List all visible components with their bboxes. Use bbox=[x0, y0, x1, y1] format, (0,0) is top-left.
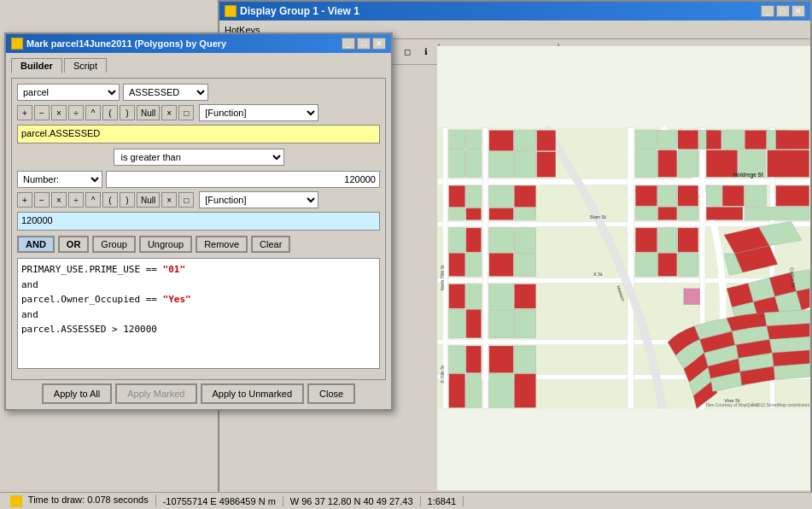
svg-rect-1 bbox=[437, 178, 810, 185]
minimize-button[interactable]: _ bbox=[761, 5, 774, 17]
ungroup-btn[interactable]: Ungroup bbox=[139, 236, 192, 253]
svg-rect-25 bbox=[706, 131, 721, 149]
op-rparen-btn[interactable]: ) bbox=[120, 105, 135, 120]
field-select[interactable]: parcel bbox=[17, 84, 120, 101]
op2-minus-btn[interactable]: − bbox=[34, 192, 50, 208]
svg-rect-84 bbox=[514, 346, 535, 372]
close-dialog-btn[interactable]: Close bbox=[307, 383, 355, 404]
mark-parcel-dialog: Mark parcel14June2011 (Polygons) by Quer… bbox=[4, 32, 393, 411]
op-minus-btn[interactable]: − bbox=[34, 105, 50, 120]
status-scale: 1:6841 bbox=[421, 496, 464, 506]
display-window-title: Display Group 1 - View 1 bbox=[240, 5, 359, 17]
tool-select[interactable]: ◻ bbox=[399, 44, 416, 61]
svg-rect-73 bbox=[466, 309, 482, 337]
apply-all-btn[interactable]: Apply to All bbox=[42, 383, 112, 404]
op2-rparen-btn[interactable]: ) bbox=[120, 192, 135, 208]
clear-btn[interactable]: Clear bbox=[251, 236, 290, 253]
remove-btn[interactable]: Remove bbox=[196, 236, 248, 253]
svg-rect-85 bbox=[489, 374, 513, 408]
svg-rect-70 bbox=[449, 284, 465, 308]
svg-rect-74 bbox=[489, 284, 513, 308]
op2-plus-btn[interactable]: + bbox=[17, 192, 32, 208]
tab-bar: Builder Script bbox=[11, 58, 386, 73]
op2-power-btn[interactable]: ^ bbox=[85, 192, 101, 208]
svg-rect-43 bbox=[514, 208, 535, 220]
dialog-close-btn[interactable]: ✕ bbox=[372, 38, 386, 50]
op-plus-btn[interactable]: + bbox=[17, 105, 32, 120]
scale-text: 1:6841 bbox=[428, 496, 457, 506]
svg-rect-31 bbox=[658, 150, 677, 177]
svg-text:Starr St: Starr St bbox=[590, 214, 607, 219]
value-type-select[interactable]: Number: bbox=[17, 171, 102, 188]
group-btn[interactable]: Group bbox=[92, 236, 136, 253]
svg-rect-44 bbox=[635, 185, 657, 206]
op2-box-btn[interactable]: □ bbox=[178, 192, 194, 208]
svg-rect-29 bbox=[776, 131, 809, 149]
svg-rect-39 bbox=[466, 208, 482, 220]
dialog-minimize-btn[interactable]: _ bbox=[342, 38, 355, 50]
dialog-body: Builder Script parcel ASSESSED + − bbox=[6, 53, 391, 409]
op2-null-btn[interactable]: Null bbox=[137, 192, 160, 208]
main-window: Display Group 1 - View 1 _ □ ✕ HotKeys ⬆… bbox=[0, 0, 812, 509]
op-box-btn[interactable]: □ bbox=[178, 105, 194, 120]
svg-rect-51 bbox=[635, 207, 657, 219]
svg-rect-13 bbox=[449, 150, 465, 177]
close-button[interactable]: ✕ bbox=[792, 5, 805, 17]
op2-clear-btn[interactable]: × bbox=[161, 192, 177, 208]
tab-script[interactable]: Script bbox=[64, 58, 107, 73]
svg-rect-86 bbox=[514, 374, 535, 408]
coord-geo-text: W 96 37 12.80 N 40 49 27.43 bbox=[290, 496, 413, 506]
op-toolbar-1: + − × ÷ ^ ( ) Null × □ [Function] bbox=[17, 104, 380, 121]
svg-rect-66 bbox=[678, 228, 698, 252]
status-bar: Time to draw: 0.078 seconds -10755714 E … bbox=[0, 492, 812, 509]
svg-rect-30 bbox=[635, 150, 657, 177]
svg-text:Tiles Courtesy of MapQuest: Tiles Courtesy of MapQuest bbox=[705, 402, 759, 407]
column-select[interactable]: ASSESSED bbox=[123, 84, 208, 101]
function-select-1[interactable]: [Function] bbox=[199, 104, 318, 121]
svg-rect-22 bbox=[658, 131, 677, 149]
dialog-controls: _ □ ✕ bbox=[342, 38, 386, 50]
op-times-btn[interactable]: × bbox=[51, 105, 67, 120]
display-titlebar: Display Group 1 - View 1 _ □ ✕ bbox=[219, 2, 810, 20]
svg-rect-48 bbox=[722, 185, 744, 206]
function-select-2[interactable]: [Function] bbox=[199, 191, 318, 208]
svg-rect-16 bbox=[514, 131, 535, 151]
svg-rect-35 bbox=[768, 150, 809, 177]
apply-unmarked-btn[interactable]: Apply to Unmarked bbox=[201, 383, 305, 404]
svg-rect-61 bbox=[514, 228, 535, 252]
and-btn[interactable]: AND bbox=[17, 236, 55, 253]
tool-identify[interactable]: ℹ bbox=[418, 44, 435, 61]
or-btn[interactable]: OR bbox=[58, 236, 90, 253]
condition-select[interactable]: is greater than bbox=[114, 149, 284, 166]
apply-marked-btn[interactable]: Apply Marked bbox=[115, 383, 196, 404]
op2-lparen-btn[interactable]: ( bbox=[102, 192, 118, 208]
svg-rect-21 bbox=[635, 131, 657, 149]
svg-rect-14 bbox=[466, 150, 482, 177]
op-divide-btn[interactable]: ÷ bbox=[68, 105, 84, 120]
query-area: PRIMARY_USE.PRIME_USE == "01" and parcel… bbox=[17, 258, 380, 369]
maximize-button[interactable]: □ bbox=[776, 5, 790, 17]
op-lparen-btn[interactable]: ( bbox=[102, 105, 118, 120]
value-input[interactable] bbox=[106, 171, 380, 188]
svg-rect-54 bbox=[706, 207, 743, 219]
svg-rect-63 bbox=[514, 253, 535, 276]
dialog-maximize-btn[interactable]: □ bbox=[357, 38, 371, 50]
op-clear-btn[interactable]: × bbox=[161, 105, 177, 120]
svg-rect-79 bbox=[449, 346, 465, 372]
op-null-btn[interactable]: Null bbox=[137, 105, 160, 120]
svg-rect-23 bbox=[678, 131, 698, 149]
svg-rect-57 bbox=[466, 228, 482, 252]
expression-box: parcel.ASSESSED bbox=[17, 125, 380, 143]
status-icon bbox=[10, 495, 22, 507]
op2-divide-btn[interactable]: ÷ bbox=[68, 192, 84, 208]
op-power-btn[interactable]: ^ bbox=[85, 105, 101, 120]
dialog-title: Mark parcel14June2011 (Polygons) by Quer… bbox=[26, 38, 226, 49]
svg-rect-71 bbox=[466, 284, 482, 308]
svg-rect-62 bbox=[489, 253, 513, 276]
op2-times-btn[interactable]: × bbox=[51, 192, 67, 208]
svg-rect-60 bbox=[489, 228, 513, 252]
query-line-4: and bbox=[21, 307, 376, 323]
map-area: Holdrege St Starr St X St Vine St Carlos… bbox=[437, 46, 810, 490]
tab-builder[interactable]: Builder bbox=[11, 58, 62, 73]
dialog-titlebar: Mark parcel14June2011 (Polygons) by Quer… bbox=[6, 34, 391, 53]
